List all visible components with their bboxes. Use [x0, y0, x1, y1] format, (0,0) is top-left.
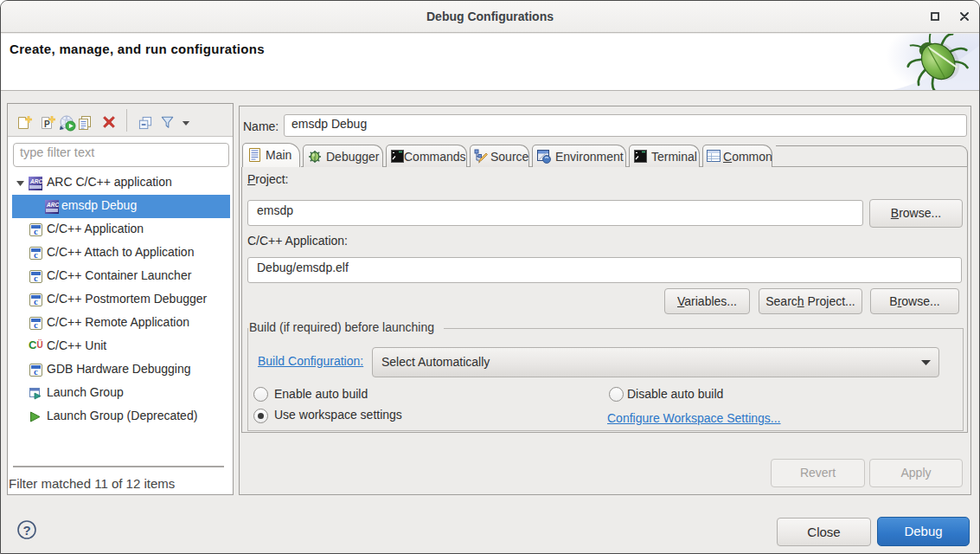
svg-text:ARC: ARC [29, 178, 42, 184]
svg-text:P: P [44, 119, 50, 129]
svg-text:ARC: ARC [46, 202, 59, 208]
svg-text:?: ? [22, 523, 30, 538]
